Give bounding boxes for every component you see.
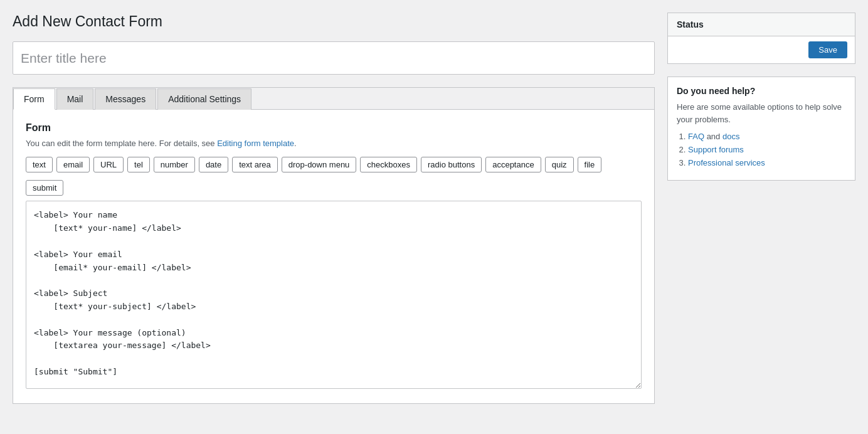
tabs-container: Form Mail Messages Additional Settings F…	[13, 87, 655, 404]
help-list-item-faq: FAQ and docs	[688, 132, 846, 141]
help-box: Do you need help? Here are some availabl…	[667, 77, 855, 181]
help-box-content: Do you need help? Here are some availabl…	[668, 77, 855, 180]
tag-btn-submit[interactable]: submit	[26, 180, 63, 196]
tag-btn-number[interactable]: number	[154, 157, 195, 172]
tag-btn-text[interactable]: text	[26, 157, 53, 172]
form-template-textarea[interactable]: <label> Your name [text* your-name] </la…	[26, 201, 642, 389]
professional-services-link[interactable]: Professional services	[688, 158, 765, 167]
tag-btn-quiz[interactable]: quiz	[545, 157, 574, 172]
save-btn-row: Save	[668, 36, 855, 63]
form-section-title: Form	[26, 122, 642, 134]
tag-btn-textarea[interactable]: text area	[232, 157, 278, 172]
tag-btn-tel[interactable]: tel	[127, 157, 150, 172]
help-links-list: FAQ and docs Support forums Professional…	[677, 132, 846, 167]
tag-btn-acceptance[interactable]: acceptance	[485, 157, 541, 172]
tab-messages[interactable]: Messages	[95, 88, 156, 110]
help-list-item-professional: Professional services	[688, 158, 846, 167]
help-list-item-forums: Support forums	[688, 145, 846, 154]
save-button[interactable]: Save	[808, 41, 847, 58]
form-title-input[interactable]	[13, 42, 654, 75]
help-title: Do you need help?	[677, 86, 846, 96]
tag-btn-url[interactable]: URL	[93, 157, 124, 172]
page-title: Add New Contact Form	[13, 13, 655, 31]
tag-btn-email[interactable]: email	[56, 157, 90, 172]
title-input-wrapper	[13, 41, 655, 75]
tabs-nav: Form Mail Messages Additional Settings	[13, 88, 654, 110]
sidebar: Status Save Do you need help? Here are s…	[667, 13, 855, 404]
support-forums-link[interactable]: Support forums	[688, 145, 744, 154]
docs-link[interactable]: docs	[722, 132, 739, 141]
tag-buttons-container: text email URL tel number date text area…	[26, 157, 642, 172]
tag-btn-date[interactable]: date	[199, 157, 228, 172]
tag-btn-radio[interactable]: radio buttons	[421, 157, 482, 172]
tag-btn-file[interactable]: file	[578, 157, 602, 172]
status-box-header: Status	[668, 13, 855, 36]
status-box: Status Save	[667, 13, 855, 64]
form-description: You can edit the form template here. For…	[26, 139, 642, 148]
tag-btn-dropdown[interactable]: drop-down menu	[282, 157, 357, 172]
tab-form[interactable]: Form	[13, 88, 55, 110]
tab-additional-settings[interactable]: Additional Settings	[157, 88, 251, 110]
help-desc: Here are some available options to help …	[677, 101, 846, 125]
faq-link[interactable]: FAQ	[688, 132, 704, 141]
tag-btn-checkboxes[interactable]: checkboxes	[360, 157, 417, 172]
tab-mail[interactable]: Mail	[56, 88, 94, 110]
main-content: Add New Contact Form Form Mail Messages …	[13, 13, 655, 404]
tab-content-form: Form You can edit the form template here…	[13, 110, 654, 403]
editing-form-template-link[interactable]: Editing form template	[217, 139, 294, 148]
